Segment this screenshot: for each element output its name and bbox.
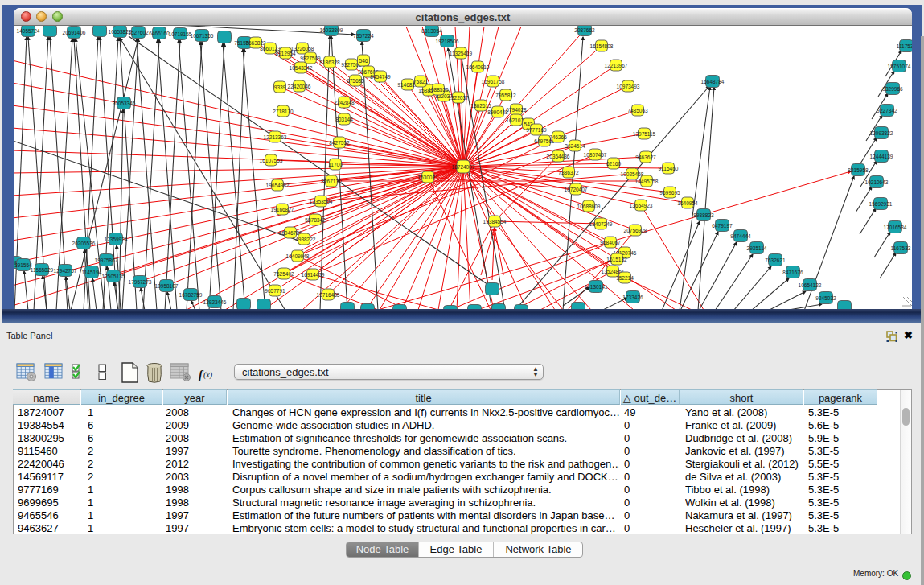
svg-text:19654982: 19654982 bbox=[266, 183, 290, 188]
svg-text:2935114: 2935114 bbox=[747, 245, 767, 251]
svg-text:546: 546 bbox=[359, 58, 368, 64]
svg-text:14055724: 14055724 bbox=[17, 28, 40, 34]
svg-text:62160: 62160 bbox=[606, 161, 621, 167]
svg-text:16033809: 16033809 bbox=[320, 27, 343, 33]
svg-text:1733426: 1733426 bbox=[622, 295, 643, 300]
svg-text:16961758: 16961758 bbox=[482, 79, 505, 84]
svg-text:1530021: 1530021 bbox=[417, 175, 438, 180]
svg-text:10720407: 10720407 bbox=[565, 187, 588, 192]
svg-text:6466160: 6466160 bbox=[149, 31, 170, 36]
svg-text:7955812: 7955812 bbox=[495, 93, 516, 98]
svg-text:746266: 746266 bbox=[549, 134, 567, 140]
svg-text:12359924: 12359924 bbox=[105, 237, 128, 242]
svg-text:8471676: 8471676 bbox=[782, 270, 803, 275]
svg-text:(x): (x) bbox=[203, 370, 213, 380]
svg-text:20756928: 20756928 bbox=[624, 228, 647, 233]
svg-text:16409948: 16409948 bbox=[286, 253, 310, 259]
svg-text:16154808: 16154808 bbox=[590, 43, 614, 49]
svg-text:9227342: 9227342 bbox=[877, 108, 897, 113]
svg-text:9827509: 9827509 bbox=[300, 56, 321, 61]
svg-text:17016534: 17016534 bbox=[884, 225, 907, 230]
svg-text:20053346: 20053346 bbox=[113, 101, 136, 106]
svg-text:6479197: 6479197 bbox=[712, 223, 733, 229]
svg-text:16782759: 16782759 bbox=[179, 292, 203, 298]
svg-text:17957273: 17957273 bbox=[129, 279, 152, 285]
svg-text:19975867: 19975867 bbox=[95, 257, 118, 263]
svg-text:10025458: 10025458 bbox=[621, 171, 644, 177]
svg-text:7625402: 7625402 bbox=[273, 271, 294, 277]
svg-text:152214: 152214 bbox=[616, 275, 634, 281]
svg-text:9657791: 9657791 bbox=[265, 288, 285, 294]
svg-text:9684067: 9684067 bbox=[600, 240, 621, 245]
svg-text:10543342: 10543342 bbox=[290, 65, 313, 71]
svg-text:13716485: 13716485 bbox=[317, 292, 340, 298]
svg-text:12353594: 12353594 bbox=[310, 199, 333, 204]
svg-text:12923446: 12923446 bbox=[203, 299, 227, 305]
svg-text:19166827: 19166827 bbox=[271, 207, 294, 212]
svg-text:20691406: 20691406 bbox=[63, 30, 86, 35]
svg-text:8912954: 8912954 bbox=[275, 51, 296, 56]
svg-text:9245032: 9245032 bbox=[815, 295, 836, 301]
svg-text:1588520: 1588520 bbox=[428, 87, 449, 93]
svg-text:2718170: 2718170 bbox=[273, 109, 294, 114]
svg-text:12213967: 12213967 bbox=[605, 63, 628, 68]
svg-text:14495758: 14495758 bbox=[635, 179, 659, 184]
svg-text:10688609: 10688609 bbox=[577, 204, 601, 209]
svg-text:10719155: 10719155 bbox=[169, 31, 192, 37]
svg-text:13226058: 13226058 bbox=[291, 46, 314, 51]
svg-text:18407249: 18407249 bbox=[589, 221, 613, 227]
svg-text:19384554: 19384554 bbox=[483, 219, 507, 225]
svg-text:1640954: 1640954 bbox=[677, 200, 698, 206]
svg-text:15692931: 15692931 bbox=[869, 201, 893, 207]
svg-text:8427552: 8427552 bbox=[329, 140, 350, 146]
svg-text:8186328: 8186328 bbox=[319, 60, 340, 65]
svg-text:8813054: 8813054 bbox=[421, 28, 442, 34]
svg-text:7485063: 7485063 bbox=[627, 108, 648, 113]
svg-text:14130141: 14130141 bbox=[585, 284, 608, 290]
svg-text:16107553: 16107553 bbox=[260, 158, 283, 163]
svg-text:675685: 675685 bbox=[347, 78, 364, 84]
svg-text:9777169: 9777169 bbox=[526, 127, 547, 133]
svg-text:8990448: 8990448 bbox=[487, 109, 508, 115]
svg-text:9463627: 9463627 bbox=[635, 154, 656, 160]
svg-text:20364436: 20364436 bbox=[547, 154, 570, 159]
svg-text:10654122: 10654122 bbox=[799, 282, 822, 288]
svg-text:1117534: 1117534 bbox=[897, 43, 912, 49]
svg-text:20206536: 20206536 bbox=[72, 241, 96, 246]
svg-text:11700: 11700 bbox=[328, 162, 343, 167]
svg-text:10958107: 10958107 bbox=[155, 283, 179, 289]
svg-text:1145194: 1145194 bbox=[82, 270, 102, 275]
svg-text:12093822: 12093822 bbox=[870, 130, 893, 136]
svg-text:2087662: 2087662 bbox=[574, 27, 595, 33]
svg-text:803144: 803144 bbox=[335, 117, 353, 122]
svg-text:9115460: 9115460 bbox=[659, 166, 679, 171]
svg-text:19218506: 19218506 bbox=[436, 39, 459, 44]
svg-text:11325419: 11325419 bbox=[450, 51, 473, 56]
svg-text:12213363: 12213363 bbox=[264, 134, 287, 140]
svg-text:16640910: 16640910 bbox=[466, 64, 490, 70]
svg-text:7632621: 7632621 bbox=[765, 257, 786, 263]
svg-text:1527602: 1527602 bbox=[128, 30, 149, 35]
svg-text:75821: 75821 bbox=[413, 79, 428, 84]
svg-text:8267130: 8267130 bbox=[321, 179, 342, 184]
svg-text:12444139: 12444139 bbox=[870, 154, 893, 159]
svg-text:14938222: 14938222 bbox=[293, 237, 316, 242]
svg-text:2242848: 2242848 bbox=[334, 100, 355, 105]
svg-text:1322037: 1322037 bbox=[448, 95, 469, 101]
svg-text:22420046: 22420046 bbox=[288, 84, 311, 89]
svg-text:10671355: 10671355 bbox=[191, 33, 214, 39]
svg-text:8215958: 8215958 bbox=[848, 167, 869, 173]
svg-text:1615132: 1615132 bbox=[606, 257, 627, 262]
svg-text:7357224: 7357224 bbox=[353, 33, 374, 39]
svg-text:12505135: 12505135 bbox=[102, 274, 125, 279]
svg-text:13654923: 13654923 bbox=[630, 203, 653, 208]
svg-text:1167533: 1167533 bbox=[891, 245, 911, 251]
svg-text:10807457: 10807457 bbox=[584, 152, 607, 158]
svg-text:9329966: 9329966 bbox=[882, 86, 903, 92]
svg-text:6794028: 6794028 bbox=[506, 107, 527, 113]
svg-text:16914479: 16914479 bbox=[302, 272, 325, 278]
svg-text:9474444: 9474444 bbox=[730, 233, 751, 239]
svg-text:7663822: 7663822 bbox=[245, 40, 266, 46]
svg-text:1362615: 1362615 bbox=[470, 103, 491, 109]
svg-text:15751074: 15751074 bbox=[888, 64, 911, 69]
